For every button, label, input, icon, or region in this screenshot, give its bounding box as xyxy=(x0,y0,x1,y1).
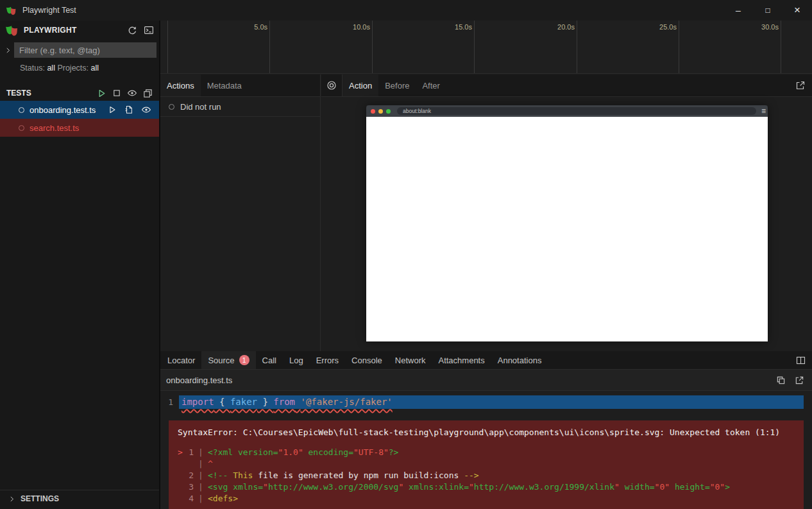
code-token: > xyxy=(725,482,730,492)
tab-call[interactable]: Call xyxy=(256,351,283,369)
status-value[interactable]: all xyxy=(47,64,55,73)
tab-actions[interactable]: Actions xyxy=(160,74,201,96)
main-area: 5.0s 10.0s 15.0s 20.0s 25.0s 30.0s Actio… xyxy=(160,21,812,509)
timeline[interactable]: 5.0s 10.0s 15.0s 20.0s 25.0s 30.0s xyxy=(160,21,812,74)
browser-menu-icon[interactable]: ≡ xyxy=(761,107,766,115)
code-token: --> xyxy=(464,470,478,480)
code-token: "0" xyxy=(655,482,670,492)
open-source-file-icon[interactable] xyxy=(124,105,133,114)
settings-section[interactable]: SETTINGS xyxy=(0,490,159,507)
timeline-tick-label: 30.0s xyxy=(739,23,779,31)
address-bar[interactable]: about:blank xyxy=(397,107,756,115)
error-line-number: 1 xyxy=(187,447,194,458)
projects-value[interactable]: all xyxy=(91,64,99,73)
error-code-line: 2|<!-- This file is generated by npm run… xyxy=(178,470,799,481)
code-token: file is generated by npm run build:icons xyxy=(253,470,464,480)
reload-icon[interactable] xyxy=(128,26,137,35)
open-snapshot-external-icon[interactable] xyxy=(795,74,812,96)
filter-row xyxy=(0,41,159,59)
chevron-right-icon[interactable] xyxy=(1,47,14,54)
browser-window: about:blank ≡ xyxy=(366,105,768,341)
test-name: search.test.ts xyxy=(30,123,159,133)
open-external-icon[interactable] xyxy=(795,375,804,385)
traffic-lights-icon xyxy=(371,109,391,114)
snapshot-panel: Action Before After xyxy=(321,74,812,351)
tab-before[interactable]: Before xyxy=(378,74,416,96)
error-code-lines: >1|<?xml version="1.0" encoding="UTF-8"?… xyxy=(178,447,799,505)
test-row-search[interactable]: search.test.ts xyxy=(0,119,159,137)
watch-all-icon[interactable] xyxy=(127,88,137,98)
tab-console[interactable]: Console xyxy=(345,351,389,369)
error-code-text: <defs> xyxy=(208,493,238,505)
terminal-icon[interactable] xyxy=(144,25,154,35)
code-token: " xyxy=(263,482,268,492)
code-token: from xyxy=(273,397,295,407)
tab-locator[interactable]: Locator xyxy=(161,351,201,369)
error-code-text: ^ xyxy=(208,458,213,470)
code-token: <?xml version= xyxy=(208,447,278,457)
tests-section-header: TESTS xyxy=(0,85,159,101)
watch-test-icon[interactable] xyxy=(141,105,151,115)
close-light-icon xyxy=(371,109,375,114)
minimize-button[interactable]: – xyxy=(723,0,753,21)
timeline-tick-label: 10.0s xyxy=(330,23,370,31)
collapse-all-icon[interactable] xyxy=(143,89,153,98)
tab-metadata[interactable]: Metadata xyxy=(201,74,248,96)
stop-icon[interactable] xyxy=(112,89,121,98)
test-row-onboarding[interactable]: onboarding.test.ts xyxy=(0,101,159,119)
projects-label: Projects: xyxy=(57,64,89,73)
sidebar: PLAYWRIGHT Status: all Projects: all TES… xyxy=(0,21,160,509)
code-token: '@faker-js/faker' xyxy=(300,397,392,407)
error-line-number xyxy=(187,458,194,470)
middle-row: Actions Metadata Did not run Action Befo… xyxy=(160,74,812,351)
timeline-gridline xyxy=(372,21,373,73)
tab-after[interactable]: After xyxy=(416,74,446,96)
pick-locator-button[interactable] xyxy=(321,74,343,96)
settings-label: SETTINGS xyxy=(21,494,59,503)
status-row: Status: all Projects: all xyxy=(0,59,159,76)
tab-attachments[interactable]: Attachments xyxy=(432,351,491,369)
timeline-gridline xyxy=(167,21,168,73)
minimize-light-icon xyxy=(378,109,383,114)
line-number: 1 xyxy=(160,395,179,409)
title-bar: Playwright Test – □ × xyxy=(0,0,812,21)
error-gutter-pipe: | xyxy=(194,447,208,458)
code-token: ^ xyxy=(208,459,213,469)
error-code-line: |^ xyxy=(178,458,799,470)
timeline-gridline xyxy=(577,21,577,73)
code-token: "0" xyxy=(710,482,725,492)
error-line-number: 4 xyxy=(187,493,194,505)
tab-source[interactable]: Source 1 xyxy=(201,351,255,369)
tests-header-label: TESTS xyxy=(6,89,91,98)
run-test-icon[interactable] xyxy=(108,105,117,114)
code-token: import xyxy=(182,397,214,407)
tab-log[interactable]: Log xyxy=(283,351,310,369)
tab-annotations[interactable]: Annotations xyxy=(491,351,548,369)
snapshot-view: about:blank ≡ xyxy=(321,98,812,351)
source-line-1: 1 import { faker } from '@faker-js/faker… xyxy=(160,395,812,409)
tab-errors[interactable]: Errors xyxy=(310,351,345,369)
copy-icon[interactable] xyxy=(776,375,786,385)
tab-network[interactable]: Network xyxy=(389,351,432,369)
tab-action[interactable]: Action xyxy=(343,74,378,96)
error-line-number: 2 xyxy=(187,470,194,481)
sidebar-brand-label: PLAYWRIGHT xyxy=(24,26,121,35)
filter-input[interactable] xyxy=(14,42,156,58)
timeline-tick-label: 15.0s xyxy=(432,23,472,31)
actions-empty-label: Did not run xyxy=(180,102,221,112)
timeline-gridline xyxy=(679,21,679,73)
error-gutter-pipe: | xyxy=(194,470,208,481)
code-token: This xyxy=(233,470,253,480)
run-all-icon[interactable] xyxy=(97,89,106,98)
error-code-text: <svg xmlns="http://www.w3.org/2000/svg" … xyxy=(208,481,730,493)
split-view-icon[interactable] xyxy=(796,351,812,369)
error-line-marker xyxy=(178,470,187,481)
actions-panel: Actions Metadata Did not run xyxy=(160,74,321,351)
source-code-area[interactable]: 1 import { faker } from '@faker-js/faker… xyxy=(160,395,812,509)
actions-empty-state: Did not run xyxy=(160,97,320,117)
code-token: height= xyxy=(670,482,710,492)
code-token: { xyxy=(214,397,230,407)
close-button[interactable]: × xyxy=(782,0,812,21)
maximize-button[interactable]: □ xyxy=(753,0,782,21)
error-box: SyntaxError: C:\Courses\EpicWeb\full-sta… xyxy=(169,420,804,509)
